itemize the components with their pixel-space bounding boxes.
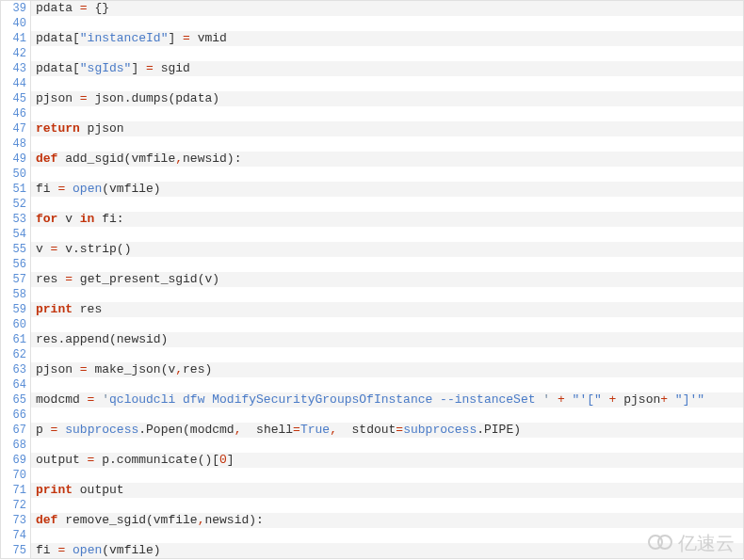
line-number: 39	[1, 1, 26, 16]
line-number: 60	[1, 317, 26, 332]
line-number: 42	[1, 46, 26, 61]
code-line: return pjson	[31, 121, 743, 136]
code-line	[31, 468, 743, 483]
code-line: output = p.communicate()[0]	[31, 453, 743, 468]
code-line: def remove_sgid(vmfile,newsid):	[31, 513, 743, 528]
code-line: fi = open(vmfile)	[31, 182, 743, 197]
code-line: print output	[31, 483, 743, 498]
code-line	[31, 136, 743, 152]
line-number: 56	[1, 257, 26, 272]
line-number: 69	[1, 453, 26, 468]
code-line: modcmd = 'qcloudcli dfw ModifySecurityGr…	[31, 392, 743, 408]
line-number: 66	[1, 408, 26, 423]
svg-point-1	[658, 536, 671, 549]
code-line: print res	[31, 302, 743, 317]
code-line: res = get_present_sgid(v)	[31, 272, 743, 287]
code-line: pdata["instanceId"] = vmid	[31, 31, 743, 46]
code-line: v = v.strip()	[31, 242, 743, 257]
line-number: 53	[1, 212, 26, 227]
line-number: 49	[1, 152, 26, 167]
line-number: 73	[1, 513, 26, 528]
line-number: 43	[1, 61, 26, 76]
line-number: 54	[1, 227, 26, 242]
line-number: 63	[1, 362, 26, 377]
watermark-icon	[648, 533, 674, 552]
line-number: 48	[1, 136, 26, 152]
line-number-gutter: 3940414243444546474849505152535455565758…	[1, 1, 31, 558]
line-number: 75	[1, 543, 26, 558]
line-number: 68	[1, 438, 26, 453]
line-number: 74	[1, 528, 26, 543]
code-line: p = subprocess.Popen(modcmd, shell=True,…	[31, 423, 743, 438]
code-line	[31, 167, 743, 182]
line-number: 70	[1, 468, 26, 483]
line-number: 51	[1, 182, 26, 197]
code-line: pjson = make_json(v,res)	[31, 362, 743, 377]
line-number: 64	[1, 377, 26, 392]
code-line	[31, 408, 743, 423]
line-number: 58	[1, 287, 26, 302]
line-number: 65	[1, 392, 26, 408]
line-number: 67	[1, 423, 26, 438]
code-line	[31, 438, 743, 453]
watermark-text: 亿速云	[678, 536, 735, 551]
code-line: for v in fi:	[31, 212, 743, 227]
code-area: pdata = {}pdata["instanceId"] = vmidpdat…	[31, 1, 743, 558]
code-line: pdata["sgIds"] = sgid	[31, 61, 743, 76]
code-line	[31, 197, 743, 212]
code-line	[31, 347, 743, 362]
line-number: 61	[1, 332, 26, 347]
code-line: pdata = {}	[31, 1, 743, 16]
code-line: def add_sgid(vmfile,newsid):	[31, 152, 743, 167]
code-line	[31, 76, 743, 91]
line-number: 52	[1, 197, 26, 212]
watermark: 亿速云	[648, 533, 735, 552]
line-number: 46	[1, 106, 26, 121]
line-number: 40	[1, 16, 26, 31]
code-line	[31, 46, 743, 61]
line-number: 57	[1, 272, 26, 287]
code-line	[31, 498, 743, 513]
line-number: 41	[1, 31, 26, 46]
code-line	[31, 257, 743, 272]
line-number: 59	[1, 302, 26, 317]
code-line	[31, 16, 743, 31]
code-line: fi = open(vmfile)	[31, 543, 743, 558]
line-number: 47	[1, 121, 26, 136]
line-number: 44	[1, 76, 26, 91]
code-line	[31, 106, 743, 121]
code-line	[31, 528, 743, 543]
code-line	[31, 377, 743, 392]
code-line: res.append(newsid)	[31, 332, 743, 347]
code-line	[31, 287, 743, 302]
line-number: 62	[1, 347, 26, 362]
code-line: pjson = json.dumps(pdata)	[31, 91, 743, 106]
code-line	[31, 317, 743, 332]
code-block: 3940414243444546474849505152535455565758…	[0, 0, 744, 559]
line-number: 71	[1, 483, 26, 498]
code-line	[31, 227, 743, 242]
line-number: 45	[1, 91, 26, 106]
line-number: 50	[1, 167, 26, 182]
line-number: 55	[1, 242, 26, 257]
line-number: 72	[1, 498, 26, 513]
